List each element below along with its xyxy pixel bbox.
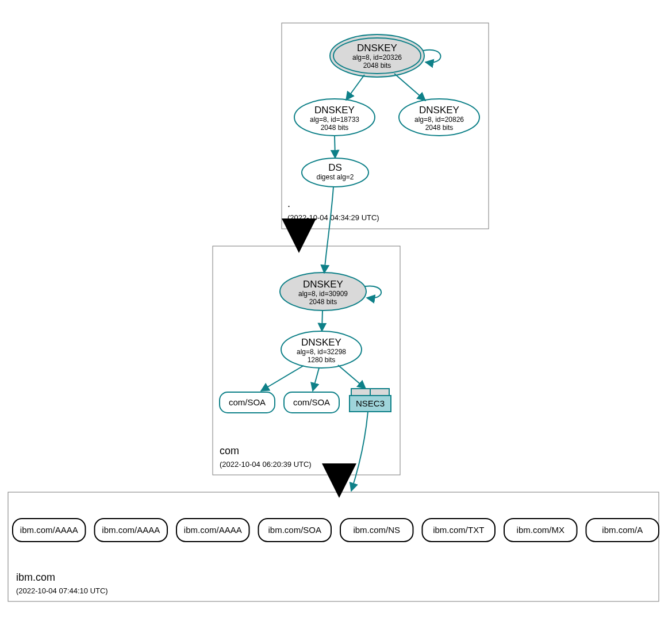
node-root-ksk: DNSKEY alg=8, id=20326 2048 bits: [330, 34, 424, 77]
leaf-record-label: ibm.com/A: [602, 525, 643, 535]
svg-text:DNSKEY: DNSKEY: [357, 43, 397, 53]
svg-rect-34: [8, 492, 659, 601]
svg-text:alg=8, id=30909: alg=8, id=30909: [298, 290, 348, 298]
edge: [322, 310, 322, 331]
zone-com: com (2022-10-04 06:20:39 UTC) DNSKEY alg…: [213, 246, 400, 475]
leaf-record: ibm.com/AAAA: [95, 519, 168, 542]
zone-leaf: ibm.com (2022-10-04 07:44:10 UTC) ibm.co…: [8, 492, 659, 601]
leaf-record: ibm.com/SOA: [259, 519, 332, 542]
dnssec-diagram: . (2022-10-04 04:34:29 UTC) DNSKEY alg=8…: [0, 0, 672, 629]
svg-text:alg=8, id=20826: alg=8, id=20826: [414, 116, 464, 124]
leaf-record-label: ibm.com/NS: [353, 525, 400, 535]
leaf-record: ibm.com/MX: [504, 519, 577, 542]
zone-leaf-time: (2022-10-04 07:44:10 UTC): [16, 586, 108, 595]
node-com-ksk: DNSKEY alg=8, id=30909 2048 bits: [280, 273, 366, 310]
svg-text:DNSKEY: DNSKEY: [419, 105, 459, 116]
zone-root-time: (2022-10-04 04:34:29 UTC): [287, 213, 379, 222]
svg-text:2048 bits: 2048 bits: [309, 298, 337, 306]
svg-text:digest alg=2: digest alg=2: [316, 173, 354, 181]
leaf-record-label: ibm.com/TXT: [433, 525, 484, 535]
edge: [335, 136, 335, 158]
svg-text:NSEC3: NSEC3: [356, 398, 385, 408]
svg-text:1280 bits: 1280 bits: [308, 356, 336, 364]
svg-text:DNSKEY: DNSKEY: [314, 105, 355, 116]
leaf-record-label: ibm.com/AAAA: [184, 525, 242, 535]
svg-text:DNSKEY: DNSKEY: [303, 279, 343, 290]
leaf-record: ibm.com/A: [586, 519, 659, 542]
svg-text:alg=8, id=32298: alg=8, id=32298: [297, 348, 346, 356]
svg-text:2048 bits: 2048 bits: [363, 62, 391, 70]
zone-leaf-name: ibm.com: [16, 572, 55, 583]
leaf-record-label: ibm.com/AAAA: [20, 525, 78, 535]
node-com-zsk: DNSKEY alg=8, id=32298 1280 bits: [281, 331, 362, 368]
zone-com-name: com: [220, 445, 239, 457]
node-com-soa1: com/SOA: [220, 392, 275, 413]
leaf-record: ibm.com/AAAA: [176, 519, 249, 542]
svg-text:alg=8, id=20326: alg=8, id=20326: [352, 53, 402, 62]
svg-text:2048 bits: 2048 bits: [425, 124, 454, 132]
zone-com-time: (2022-10-04 06:20:39 UTC): [220, 460, 312, 469]
node-root-k3: DNSKEY alg=8, id=20826 2048 bits: [399, 99, 479, 136]
svg-text:com/SOA: com/SOA: [293, 397, 330, 407]
leaf-record: ibm.com/AAAA: [13, 519, 86, 542]
leaf-record: ibm.com/TXT: [423, 519, 496, 542]
svg-text:2048 bits: 2048 bits: [321, 124, 349, 132]
svg-text:com/SOA: com/SOA: [229, 397, 266, 407]
leaf-record: ibm.com/NS: [340, 519, 413, 542]
leaf-record-label: ibm.com/MX: [517, 525, 565, 535]
zone-root: . (2022-10-04 04:34:29 UTC) DNSKEY alg=8…: [282, 23, 489, 229]
node-root-ds: DS digest alg=2: [302, 158, 368, 187]
node-root-zsk: DNSKEY alg=8, id=18733 2048 bits: [294, 99, 375, 136]
leaf-record-label: ibm.com/AAAA: [102, 525, 160, 535]
svg-text:DS: DS: [328, 162, 342, 173]
edge-root-to-com-deleg: [299, 229, 300, 246]
svg-text:DNSKEY: DNSKEY: [301, 337, 341, 348]
leaf-record-label: ibm.com/SOA: [268, 525, 321, 535]
zone-root-name: .: [287, 198, 290, 209]
node-com-soa2: com/SOA: [284, 392, 339, 413]
svg-text:alg=8, id=18733: alg=8, id=18733: [310, 116, 359, 124]
node-com-nsec3: NSEC3: [350, 389, 391, 412]
